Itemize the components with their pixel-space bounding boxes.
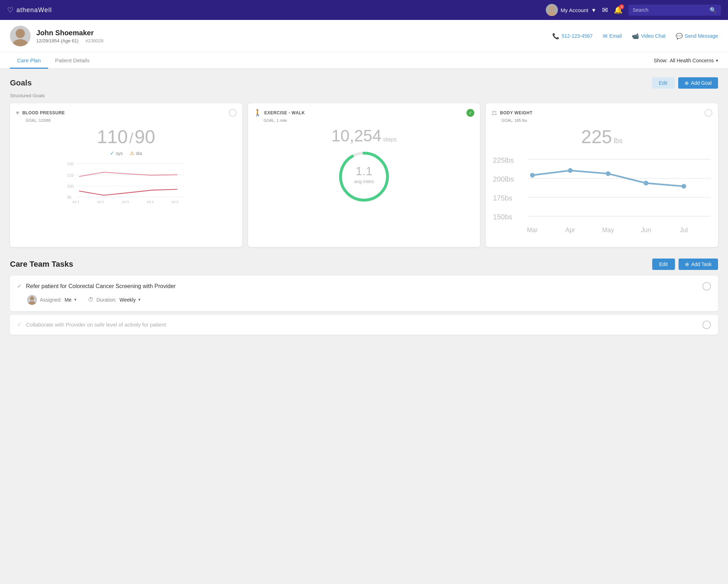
svg-text:110: 110 <box>67 173 74 177</box>
bp-indicators: ✓ sys ⚠ dia <box>16 150 237 156</box>
video-chat-action[interactable]: 📹 Video Chat <box>632 33 666 40</box>
patient-name: John Shoemaker <box>36 29 104 37</box>
tabs-bar: Care Plan Patient Details Show: All Heal… <box>0 52 728 69</box>
structured-goals-label: Structured Goals <box>10 93 718 98</box>
task-duration: ⏱ Duration: Weekly ▾ <box>88 297 141 303</box>
task-text: Refer patient for Colorectal Cancer Scre… <box>26 283 698 290</box>
tab-care-plan[interactable]: Care Plan <box>10 52 48 69</box>
patient-age: (Age 61) <box>61 38 79 43</box>
header-right: My Account ▼ ✉ 🔔 8 🔍 <box>546 4 721 16</box>
svg-text:Jul 5: Jul 5 <box>171 200 178 203</box>
bp-title: BLOOD PRESSURE <box>22 110 65 115</box>
clock-icon: ⏱ <box>88 297 94 303</box>
task-muted-toggle[interactable] <box>702 320 711 329</box>
exercise-goal-subtitle: GOAL: 1 mile <box>264 118 475 122</box>
svg-point-31 <box>606 171 611 176</box>
svg-text:Jul 2: Jul 2 <box>97 200 104 203</box>
my-account-chevron-icon: ▼ <box>591 7 596 13</box>
tasks-section-header: Care Team Tasks Edit ⊕ Add Task <box>10 259 718 270</box>
goal-cards: ♥ BLOOD PRESSURE GOAL: 120/80 110 / 90 ✓… <box>10 103 718 247</box>
my-account-menu[interactable]: My Account ▼ <box>546 4 596 16</box>
goals-add-button[interactable]: ⊕ Add Goal <box>678 77 718 89</box>
email-label: Email <box>610 33 622 39</box>
svg-point-39 <box>30 296 34 301</box>
assigned-label: Assigned: <box>40 297 62 303</box>
weight-value: 225 <box>581 126 612 147</box>
search-icon[interactable]: 🔍 <box>709 7 717 14</box>
svg-point-1 <box>548 11 556 16</box>
dia-label: dia <box>136 151 142 156</box>
weight-card-header: ⚖ BODY WEIGHT <box>491 109 712 117</box>
bp-dia-value: 90 <box>134 126 155 147</box>
task-card-active: ✓ Refer patient for Colorectal Cancer Sc… <box>10 276 718 311</box>
task-muted-text: Collaborate with Provider on safe level … <box>26 322 698 328</box>
weight-chart-svg: 225lbs 200lbs 175bs 150bs Ma <box>491 153 712 240</box>
email-action[interactable]: ✉ Email <box>603 33 622 40</box>
app-name: athenaWell <box>16 6 52 14</box>
svg-text:Jul 4: Jul 4 <box>146 200 154 203</box>
tab-patient-details[interactable]: Patient Details <box>48 52 97 69</box>
send-message-label: Send Message <box>685 33 718 39</box>
patient-info: John Shoemaker 12/29/1954 (Age 61) #2380… <box>36 29 104 43</box>
goals-edit-button[interactable]: Edit <box>652 77 675 89</box>
bp-chart: 120 110 100 90 Jul 1 Jul 2 Jul <box>16 160 237 203</box>
scale-icon: ⚖ <box>491 109 497 117</box>
goal-card-body-weight: ⚖ BODY WEIGHT GOAL: 185 lbs 225 lbs 225l… <box>486 103 718 247</box>
circle-gauge-svg: 1.1 avg miles <box>336 148 392 205</box>
goal-card-blood-pressure: ♥ BLOOD PRESSURE GOAL: 120/80 110 / 90 ✓… <box>10 103 242 247</box>
svg-text:150bs: 150bs <box>493 213 512 221</box>
exercise-achieved-check[interactable]: ✓ <box>466 109 474 117</box>
task-card-muted: ✓ Collaborate with Provider on safe leve… <box>10 315 718 335</box>
circle-gauge: 1.1 avg miles <box>254 148 475 205</box>
heart-icon: ♥ <box>16 109 20 117</box>
steps-unit: steps <box>383 136 396 142</box>
exercise-title: EXERCISE - WALK <box>264 110 305 115</box>
exercise-card-header: 🚶 EXERCISE - WALK ✓ <box>254 109 475 117</box>
message-icon: 💬 <box>676 33 683 40</box>
search-box[interactable]: 🔍 <box>628 5 721 16</box>
bp-achieved-check[interactable] <box>229 109 237 117</box>
patient-avatar <box>10 26 31 46</box>
task-assigned: Assigned: Me ▾ <box>27 295 77 305</box>
weight-achieved-check[interactable] <box>705 109 712 117</box>
show-filter[interactable]: Show: All Health Concerns ▾ <box>654 53 718 68</box>
account-avatar <box>546 4 558 16</box>
assigned-dropdown-icon[interactable]: ▾ <box>74 297 77 302</box>
tasks-add-button[interactable]: ⊕ Add Task <box>679 259 718 270</box>
search-input[interactable] <box>633 7 707 13</box>
bp-sys-value: 110 <box>97 126 128 147</box>
logo-heart-icon: ♡ <box>7 6 14 14</box>
tasks-edit-button[interactable]: Edit <box>652 259 675 270</box>
filter-chevron-icon: ▾ <box>716 58 718 63</box>
task-toggle[interactable] <box>702 282 711 291</box>
patient-actions: 📞 512-123-4567 ✉ Email 📹 Video Chat 💬 Se… <box>552 33 718 40</box>
svg-text:Jul 1: Jul 1 <box>72 200 79 203</box>
tabs: Care Plan Patient Details <box>10 52 96 68</box>
svg-text:1.1: 1.1 <box>355 164 372 178</box>
svg-point-30 <box>568 168 573 173</box>
svg-text:Apr: Apr <box>565 226 575 234</box>
notifications-icon[interactable]: 🔔 8 <box>614 6 623 14</box>
goal-card-exercise: 🚶 EXERCISE - WALK ✓ GOAL: 1 mile 10,254 … <box>248 103 480 247</box>
weight-goal-subtitle: GOAL: 185 lbs <box>501 118 712 122</box>
dia-warn-icon: ⚠ <box>130 150 134 156</box>
add-goal-label: Add Goal <box>691 80 712 86</box>
svg-text:200lbs: 200lbs <box>493 175 514 183</box>
patient-info-left: John Shoemaker 12/29/1954 (Age 61) #2380… <box>10 26 104 46</box>
exercise-reading: 10,254 steps <box>254 126 475 145</box>
send-message-action[interactable]: 💬 Send Message <box>676 33 718 40</box>
show-label: Show: <box>654 58 668 63</box>
svg-text:225lbs: 225lbs <box>493 156 514 164</box>
tasks-title: Care Team Tasks <box>10 260 73 269</box>
duration-dropdown-icon[interactable]: ▾ <box>138 297 141 302</box>
goals-section-header: Goals Edit ⊕ Add Goal <box>10 77 718 89</box>
svg-text:avg miles: avg miles <box>354 179 374 184</box>
steps-value: 10,254 <box>331 126 381 145</box>
svg-text:Jun: Jun <box>641 226 651 234</box>
patient-meta: 12/29/1954 (Age 61) #238028 <box>36 38 104 43</box>
goals-title: Goals <box>10 78 32 88</box>
messages-icon[interactable]: ✉ <box>602 6 608 14</box>
sys-label: sys <box>116 151 123 156</box>
goals-actions: Edit ⊕ Add Goal <box>652 77 718 89</box>
phone-action[interactable]: 📞 512-123-4567 <box>552 33 592 40</box>
